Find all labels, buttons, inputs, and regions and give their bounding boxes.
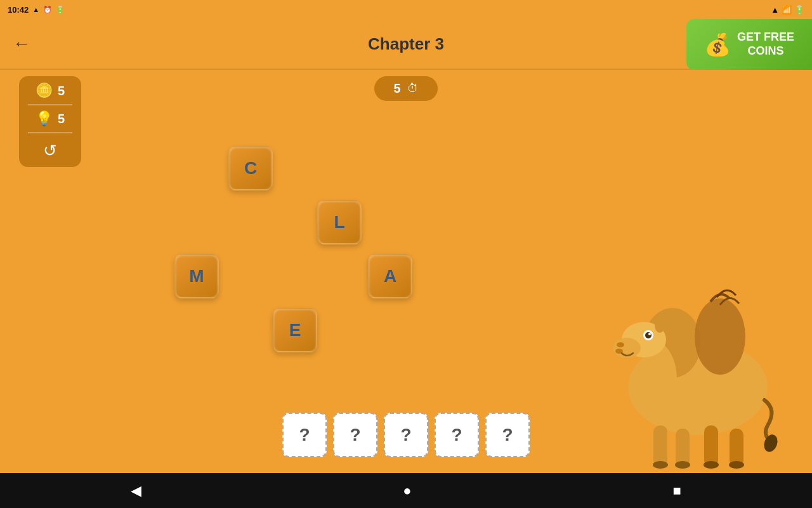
answer-box-1[interactable]: ? [282,413,327,457]
letter-tile-l[interactable]: L [317,200,362,244]
coins-value: 5 [58,84,65,98]
refresh-button[interactable]: ↺ [43,141,57,161]
get-free-coins-button[interactable]: 💰 GET FREE COINS [686,19,812,70]
status-time: 10:42 [8,5,29,15]
coins-stat-row: 🪙 5 [36,83,65,99]
wifi-icon: ▲ [771,5,779,15]
chapter-title: Chapter 3 [368,34,444,54]
nav-back-button[interactable]: ◀ [131,483,141,499]
hint-value: 5 [58,112,65,126]
svg-rect-14 [704,425,718,467]
nav-recents-button[interactable]: ■ [673,483,681,499]
svg-point-9 [645,332,652,338]
status-bar: 10:42 ▲ ⏰ 🔋 ▲ 📶 🔋 [0,0,812,19]
hint-icon: 💡 [36,110,53,127]
battery-icon: 🔋 [794,5,804,15]
coins-bag-icon: 💰 [704,32,731,57]
svg-point-19 [729,461,744,469]
letter-tile-c[interactable]: C [228,146,273,190]
letter-tile-m[interactable]: M [174,254,219,298]
answer-box-2[interactable]: ? [333,413,377,457]
stat-divider-1 [28,104,72,105]
top-bar: ← Chapter 3 💰 GET FREE COINS [0,19,812,70]
svg-point-18 [704,461,719,469]
svg-point-11 [655,318,665,333]
svg-point-2 [695,298,745,375]
answer-box-4[interactable]: ? [435,413,479,457]
status-right: ▲ 📶 🔋 [771,5,804,15]
svg-rect-12 [653,425,667,467]
timer-value: 5 [393,81,400,96]
status-app-icon: ▲ [32,6,39,13]
camel-image [603,229,793,470]
status-left: 10:42 ▲ ⏰ 🔋 [8,5,65,15]
nav-home-button[interactable]: ● [403,483,411,499]
answer-box-5[interactable]: ? [485,413,530,457]
svg-point-16 [653,461,668,469]
back-button[interactable]: ← [13,34,30,54]
svg-point-10 [648,333,651,335]
status-clock-icon: ⏰ [43,6,52,14]
coins-icon: 🪙 [36,83,53,99]
timer-bar: 5 ⏱ [374,76,438,101]
nav-bar: ◀ ● ■ [0,473,812,508]
coins-label: GET FREE COINS [737,30,794,58]
timer-icon: ⏱ [407,82,419,95]
stat-divider-2 [28,132,72,133]
letter-tile-e[interactable]: E [273,308,317,352]
answer-area: ? ? ? ? ? [282,413,530,457]
status-battery-icon: 🔋 [56,6,65,14]
stats-panel: 🪙 5 💡 5 ↺ [19,76,81,167]
svg-point-6 [617,342,624,347]
svg-point-17 [675,461,690,469]
signal-icon: 📶 [782,5,792,15]
answer-box-3[interactable]: ? [384,413,428,457]
hints-stat-row: 💡 5 [36,110,65,127]
letter-tile-a[interactable]: A [368,254,412,298]
